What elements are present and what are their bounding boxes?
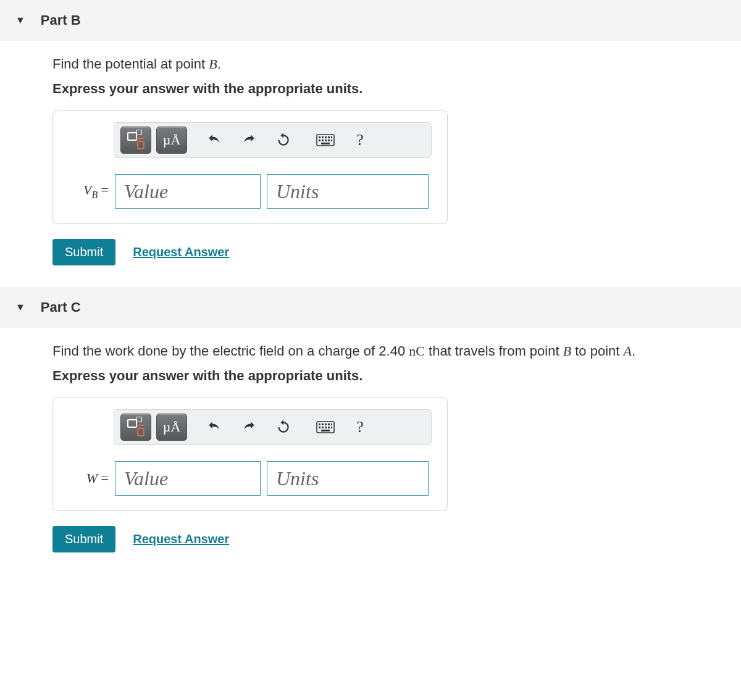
fraction-icon [127, 132, 144, 148]
keyboard-icon [316, 421, 335, 433]
value-input[interactable]: Value [115, 174, 261, 209]
prompt-text: Find the potential at point [52, 56, 209, 72]
question-mark-icon: ? [356, 418, 364, 436]
caret-down-icon: ▼ [15, 15, 25, 26]
reset-button[interactable] [269, 414, 298, 440]
part-b-inputs: VB = Value Units [64, 174, 436, 209]
svg-rect-5 [331, 136, 332, 138]
mu-angstrom-icon: µÅ [163, 419, 181, 435]
svg-rect-8 [325, 140, 327, 141]
svg-rect-2 [322, 136, 324, 138]
keyboard-icon [316, 134, 335, 146]
part-b-instruction: Express your answer with the appropriate… [52, 81, 741, 97]
reset-icon [275, 419, 291, 435]
part-c-prompt: Find the work done by the electric field… [52, 343, 741, 359]
svg-rect-7 [322, 140, 324, 141]
prompt-var-A: A [624, 343, 632, 359]
undo-button[interactable] [199, 127, 229, 153]
redo-icon [241, 419, 257, 435]
units-input[interactable]: Units [267, 174, 429, 209]
templates-button[interactable] [120, 127, 151, 154]
part-b-answer-card: µÅ ? [52, 110, 448, 224]
part-b-lhs: VB = [64, 182, 109, 200]
templates-button[interactable] [120, 414, 151, 441]
prompt-p3: to point [571, 343, 623, 359]
units-symbols-button[interactable]: µÅ [156, 127, 187, 154]
part-c-instruction: Express your answer with the appropriate… [52, 368, 741, 384]
svg-rect-10 [331, 140, 332, 141]
prompt-p2: that travels from point [425, 343, 563, 359]
reset-button[interactable] [269, 127, 298, 153]
svg-rect-16 [328, 423, 330, 425]
part-c-answer-card: µÅ ? [52, 398, 448, 511]
svg-rect-20 [325, 427, 327, 428]
keyboard-button[interactable] [311, 127, 340, 153]
redo-button[interactable] [234, 127, 264, 153]
question-mark-icon: ? [356, 131, 364, 149]
svg-rect-13 [319, 423, 320, 425]
keyboard-button[interactable] [311, 414, 340, 440]
svg-rect-1 [319, 136, 320, 138]
part-c-toolbar: µÅ ? [114, 409, 432, 445]
lhs-sub: B [91, 190, 98, 200]
part-c-body: Find the work done by the electric field… [0, 328, 741, 574]
prompt-unit: nC [409, 343, 425, 359]
part-b-actions: Submit Request Answer [52, 239, 741, 265]
lhs-var: W [86, 470, 98, 486]
part-c-lhs: W = [64, 470, 109, 486]
lhs-var: V [83, 182, 91, 198]
undo-icon [206, 419, 222, 435]
fraction-icon [127, 419, 144, 435]
svg-rect-23 [321, 430, 330, 431]
value-input[interactable]: Value [115, 461, 261, 496]
svg-rect-6 [319, 140, 320, 141]
prompt-p4: . [632, 343, 635, 359]
part-c-inputs: W = Value Units [64, 461, 436, 496]
undo-icon [206, 132, 222, 148]
svg-rect-9 [328, 140, 330, 141]
redo-button[interactable] [234, 414, 264, 440]
value-placeholder: Value [124, 467, 168, 490]
part-b-body: Find the potential at point B. Express y… [0, 41, 741, 287]
caret-down-icon: ▼ [15, 302, 25, 313]
prompt-suffix: . [217, 56, 221, 72]
svg-rect-15 [325, 423, 327, 425]
part-b-title: Part B [41, 12, 81, 28]
lhs-eq: = [98, 470, 109, 486]
help-button[interactable]: ? [345, 127, 375, 153]
svg-rect-18 [319, 427, 320, 428]
submit-button[interactable]: Submit [52, 526, 115, 552]
part-b-prompt: Find the potential at point B. [52, 56, 741, 72]
value-placeholder: Value [124, 180, 168, 203]
svg-rect-11 [321, 143, 330, 144]
svg-rect-19 [322, 427, 324, 428]
part-b-header[interactable]: ▼ Part B [0, 0, 741, 41]
lhs-eq: = [98, 182, 109, 198]
request-answer-link[interactable]: Request Answer [133, 245, 229, 259]
undo-button[interactable] [199, 414, 229, 440]
units-symbols-button[interactable]: µÅ [156, 414, 187, 441]
svg-rect-22 [331, 427, 332, 428]
units-input[interactable]: Units [267, 461, 429, 496]
prompt-var-B: B [209, 56, 217, 72]
part-c-title: Part C [41, 299, 81, 315]
units-placeholder: Units [276, 467, 319, 490]
redo-icon [241, 132, 257, 148]
svg-rect-21 [328, 427, 330, 428]
request-answer-link[interactable]: Request Answer [133, 532, 229, 546]
svg-rect-3 [325, 136, 327, 138]
reset-icon [275, 132, 291, 148]
prompt-var-B: B [563, 343, 571, 359]
part-c-header[interactable]: ▼ Part C [0, 287, 741, 328]
svg-rect-14 [322, 423, 324, 425]
prompt-p1: Find the work done by the electric field… [52, 343, 409, 359]
svg-rect-17 [331, 423, 332, 425]
help-button[interactable]: ? [345, 414, 375, 440]
mu-angstrom-icon: µÅ [163, 132, 181, 148]
submit-button[interactable]: Submit [52, 239, 115, 265]
part-b-toolbar: µÅ ? [114, 122, 432, 158]
svg-rect-4 [328, 136, 330, 138]
units-placeholder: Units [276, 180, 319, 203]
part-c-actions: Submit Request Answer [52, 526, 741, 552]
